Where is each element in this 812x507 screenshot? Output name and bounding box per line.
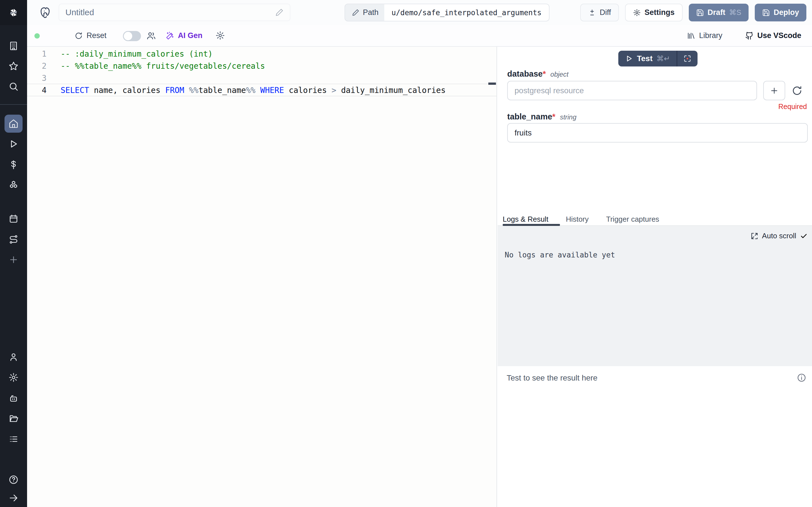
collab-toggle[interactable] — [123, 31, 141, 41]
magic-wand-icon — [166, 32, 174, 40]
schedules-calendar-icon[interactable] — [4, 210, 22, 228]
code-line[interactable]: 2 -- %%table_name%% fruits/vegetables/ce… — [27, 60, 497, 72]
diff-label: Diff — [600, 8, 611, 17]
add-plus-icon[interactable] — [4, 251, 22, 269]
resources-cubes-icon[interactable] — [4, 176, 22, 194]
library-button[interactable]: Library — [687, 31, 722, 40]
diff-button[interactable]: Diff — [580, 4, 619, 21]
save-icon — [762, 9, 770, 17]
field-name: table_name — [507, 112, 552, 121]
reset-button[interactable]: Reset — [74, 31, 107, 40]
database-field-label: database* object — [507, 69, 568, 78]
github-icon — [745, 32, 754, 40]
line-number-active: 4 — [27, 86, 61, 95]
home-icon[interactable] — [4, 115, 22, 133]
line-number: 1 — [27, 49, 61, 59]
draft-button[interactable]: Draft ⌘S — [689, 4, 749, 21]
settings-gear-icon[interactable] — [4, 369, 22, 386]
test-button-main[interactable]: Test ⌘↵ — [618, 51, 677, 66]
editor-toolbar: Reset AI Gen Library Use VScode — [27, 25, 812, 47]
expand-sidebar-arrow-icon[interactable] — [4, 489, 22, 507]
edit-path-pencil-icon — [352, 9, 359, 16]
sql-statement: SELECT name, calories FROM %%table_name%… — [61, 86, 446, 95]
info-icon[interactable] — [797, 373, 806, 383]
script-title: Untitled — [65, 8, 275, 17]
workers-robot-icon[interactable] — [4, 389, 22, 407]
table-name-input[interactable] — [507, 123, 808, 143]
table-name-field-label: table_name* string — [507, 112, 576, 121]
script-settings-gear-icon[interactable] — [215, 31, 225, 40]
library-icon — [687, 32, 695, 40]
result-area: Test to see the result here — [498, 366, 812, 507]
play-icon — [625, 55, 633, 62]
add-resource-button[interactable] — [763, 81, 785, 100]
top-header: Untitled Path u/demo/safe_interpolated_a… — [27, 0, 812, 25]
draft-shortcut: ⌘S — [729, 8, 741, 17]
use-vscode-label: Use VScode — [757, 31, 801, 40]
help-icon[interactable] — [4, 471, 22, 489]
check-icon — [800, 232, 808, 240]
result-hint: Test to see the result here — [507, 374, 598, 383]
ai-gen-label: AI Gen — [178, 31, 202, 40]
users-icon[interactable] — [146, 31, 156, 41]
code-line[interactable]: 4 SELECT name, calories FROM %%table_nam… — [27, 84, 497, 96]
tab-logs-result[interactable]: Logs & Result — [503, 215, 548, 224]
field-type: object — [550, 70, 568, 78]
test-label: Test — [637, 54, 653, 63]
folders-icon[interactable] — [4, 409, 22, 428]
workspace-building-icon[interactable] — [4, 37, 22, 55]
code-line[interactable]: 1 -- :daily_minimum_calories (int) — [27, 48, 497, 60]
path-label: Path — [363, 8, 378, 17]
path-label-segment: Path — [345, 8, 384, 17]
tab-history[interactable]: History — [566, 215, 589, 224]
triggers-route-icon[interactable] — [4, 230, 22, 248]
audit-list-icon[interactable] — [4, 430, 22, 448]
plus-icon — [770, 86, 779, 95]
code-comment: -- :daily_minimum_calories (int) — [61, 49, 213, 59]
test-shortcut: ⌘↵ — [657, 54, 670, 63]
variables-dollar-icon[interactable] — [4, 156, 22, 174]
line-number: 2 — [27, 61, 61, 71]
required-asterisk: * — [543, 69, 546, 78]
code-editor[interactable]: 1 -- :daily_minimum_calories (int) 2 -- … — [27, 47, 497, 507]
settings-button[interactable]: Settings — [625, 4, 682, 21]
path-pill[interactable]: Path u/demo/safe_interpolated_arguments — [345, 4, 550, 21]
runs-play-icon[interactable] — [4, 135, 22, 153]
favorites-star-icon[interactable] — [4, 57, 22, 75]
test-button[interactable]: Test ⌘↵ — [618, 51, 698, 66]
required-asterisk: * — [552, 112, 555, 121]
use-vscode-button[interactable]: Use VScode — [745, 31, 801, 40]
empty-logs-message: No logs are available yet — [505, 251, 615, 259]
line-number: 3 — [27, 73, 61, 83]
overview-ruler-mark — [488, 82, 496, 85]
search-icon[interactable] — [4, 77, 22, 96]
settings-label: Settings — [645, 8, 675, 17]
script-title-box[interactable]: Untitled — [59, 4, 290, 21]
users-person-icon[interactable] — [4, 348, 22, 366]
capture-record-icon — [683, 54, 692, 63]
database-input[interactable] — [507, 81, 757, 100]
deploy-button[interactable]: Deploy — [755, 4, 806, 21]
tab-trigger-captures[interactable]: Trigger captures — [606, 215, 659, 224]
sidebar-divider — [0, 104, 27, 105]
expand-icon — [751, 232, 758, 240]
save-icon — [696, 9, 704, 17]
postgresql-icon — [39, 6, 52, 19]
status-dot — [35, 33, 40, 39]
code-line[interactable]: 3 — [27, 72, 497, 84]
windmill-logo[interactable] — [0, 0, 27, 25]
ai-gen-button[interactable]: AI Gen — [166, 31, 202, 40]
gear-icon — [633, 9, 641, 17]
draft-label: Draft — [708, 8, 725, 17]
path-value[interactable]: u/demo/safe_interpolated_arguments — [384, 4, 549, 21]
capture-button[interactable] — [677, 51, 698, 66]
refresh-icon — [74, 32, 83, 40]
library-label: Library — [699, 31, 722, 40]
auto-scroll-toggle[interactable]: Auto scroll — [751, 231, 808, 240]
edit-title-pencil-icon[interactable] — [275, 8, 284, 17]
logs-area: Auto scroll No logs are available yet — [498, 226, 812, 366]
auto-scroll-label: Auto scroll — [762, 231, 796, 240]
app-sidebar — [0, 0, 27, 507]
code-comment: -- %%table_name%% fruits/vegetables/cere… — [61, 61, 265, 71]
refresh-resources-icon[interactable] — [792, 85, 803, 96]
